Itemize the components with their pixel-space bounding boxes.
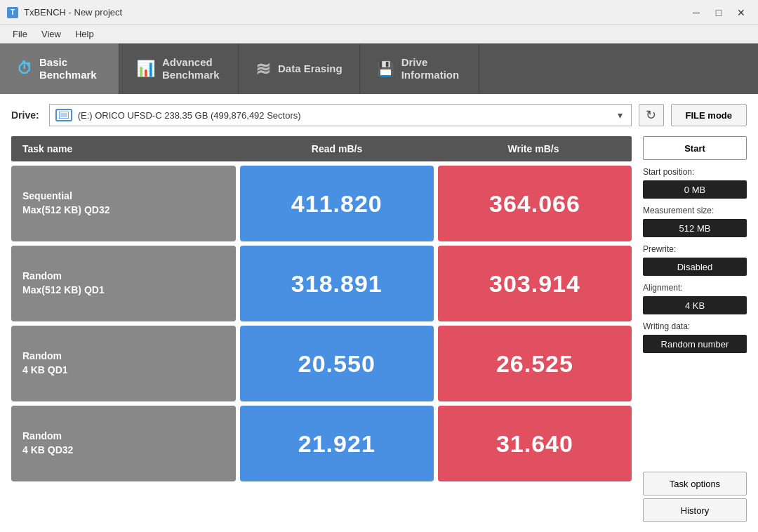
- tab-data-erasing-label: Data Erasing: [278, 62, 343, 75]
- benchmark-table: Task name Read mB/s Write mB/s Sequentia…: [11, 136, 632, 522]
- title-bar-left: T TxBENCH - New project: [7, 7, 122, 18]
- drive-value: (E:) ORICO UFSD-C 238.35 GB (499,876,492…: [78, 110, 301, 121]
- table-row: Random 4 KB QD1 20.550 26.525: [11, 326, 632, 401]
- sidebar-spacer: [643, 356, 747, 469]
- main-area: Task name Read mB/s Write mB/s Sequentia…: [11, 136, 747, 522]
- tab-bar: ⏱ BasicBenchmark 📊 Advanced Benchmark ≋ …: [0, 44, 758, 94]
- drive-chevron-icon: ▾: [618, 109, 625, 121]
- advanced-benchmark-icon: 📊: [136, 60, 155, 78]
- drive-select-text: (E:) ORICO UFSD-C 238.35 GB (499,876,492…: [55, 109, 301, 121]
- read-random-512kb-qd1: 318.891: [240, 246, 434, 321]
- svg-rect-1: [60, 113, 67, 117]
- start-position-value: 0 MB: [643, 180, 747, 199]
- measurement-size-label: Measurement size:: [643, 206, 747, 215]
- task-random-4kb-qd1: Random 4 KB QD1: [11, 326, 236, 401]
- read-random-4kb-qd32: 21.921: [240, 406, 434, 481]
- menu-bar: File View Help: [0, 25, 758, 44]
- alignment-label: Alignment:: [643, 283, 747, 293]
- tab-basic-benchmark[interactable]: ⏱ BasicBenchmark: [0, 44, 119, 94]
- file-mode-button[interactable]: FILE mode: [671, 104, 747, 126]
- content-area: Drive: (E:) ORICO UFSD-C 238.35 GB (499,…: [0, 94, 758, 532]
- history-button[interactable]: History: [643, 498, 747, 522]
- menu-file[interactable]: File: [6, 27, 34, 41]
- menu-view[interactable]: View: [34, 27, 68, 41]
- col-task-header: Task name: [11, 143, 239, 154]
- tab-advanced-benchmark-label: Advanced Benchmark: [162, 56, 220, 81]
- write-sequential-qd32: 364.066: [438, 166, 632, 241]
- prewrite-value: Disabled: [643, 258, 747, 276]
- maximize-button[interactable]: □: [709, 6, 729, 20]
- read-random-4kb-qd1: 20.550: [240, 326, 434, 401]
- table-header: Task name Read mB/s Write mB/s: [11, 136, 632, 161]
- write-random-512kb-qd1: 303.914: [438, 246, 632, 321]
- table-row: Sequential Max(512 KB) QD32 411.820 364.…: [11, 166, 632, 241]
- menu-help[interactable]: Help: [68, 27, 101, 41]
- table-row: Random 4 KB QD32 21.921 31.640: [11, 406, 632, 481]
- write-random-4kb-qd32: 31.640: [438, 406, 632, 481]
- tab-drive-information-label: DriveInformation: [401, 56, 460, 81]
- app-title: TxBENCH - New project: [24, 7, 122, 18]
- refresh-icon: ↻: [646, 107, 656, 123]
- tab-basic-benchmark-label: BasicBenchmark: [39, 56, 97, 81]
- task-sequential-qd32: Sequential Max(512 KB) QD32: [11, 166, 236, 241]
- sidebar: Start Start position: 0 MB Measurement s…: [643, 136, 747, 522]
- writing-data-value: Random number: [643, 335, 747, 353]
- drive-information-icon: 💾: [377, 60, 394, 77]
- title-bar: T TxBENCH - New project ─ □ ✕: [0, 0, 758, 25]
- table-row: Random Max(512 KB) QD1 318.891 303.914: [11, 246, 632, 321]
- minimize-button[interactable]: ─: [686, 6, 706, 20]
- start-button[interactable]: Start: [643, 136, 747, 160]
- write-random-4kb-qd1: 26.525: [438, 326, 632, 401]
- prewrite-label: Prewrite:: [643, 244, 747, 254]
- basic-benchmark-icon: ⏱: [17, 60, 32, 78]
- col-write-header: Write mB/s: [435, 143, 632, 154]
- col-read-header: Read mB/s: [239, 143, 435, 154]
- alignment-value: 4 KB: [643, 296, 747, 314]
- drive-row: Drive: (E:) ORICO UFSD-C 238.35 GB (499,…: [11, 104, 747, 126]
- drive-select[interactable]: (E:) ORICO UFSD-C 238.35 GB (499,876,492…: [49, 104, 632, 126]
- data-erasing-icon: ≋: [255, 58, 271, 80]
- task-random-4kb-qd32: Random 4 KB QD32: [11, 406, 236, 481]
- title-bar-controls: ─ □ ✕: [686, 6, 751, 20]
- read-sequential-qd32: 411.820: [240, 166, 434, 241]
- tab-data-erasing[interactable]: ≋ Data Erasing: [239, 44, 360, 94]
- measurement-size-value: 512 MB: [643, 219, 747, 237]
- tab-drive-information[interactable]: 💾 DriveInformation: [360, 44, 479, 94]
- close-button[interactable]: ✕: [731, 6, 751, 20]
- writing-data-label: Writing data:: [643, 321, 747, 331]
- start-position-label: Start position:: [643, 167, 747, 177]
- refresh-button[interactable]: ↻: [639, 104, 664, 126]
- tab-advanced-benchmark[interactable]: 📊 Advanced Benchmark: [119, 44, 239, 94]
- drive-icon: [55, 109, 72, 121]
- app-icon: T: [7, 7, 18, 18]
- task-options-button[interactable]: Task options: [643, 472, 747, 496]
- drive-label: Drive:: [11, 109, 39, 121]
- task-random-512kb-qd1: Random Max(512 KB) QD1: [11, 246, 236, 321]
